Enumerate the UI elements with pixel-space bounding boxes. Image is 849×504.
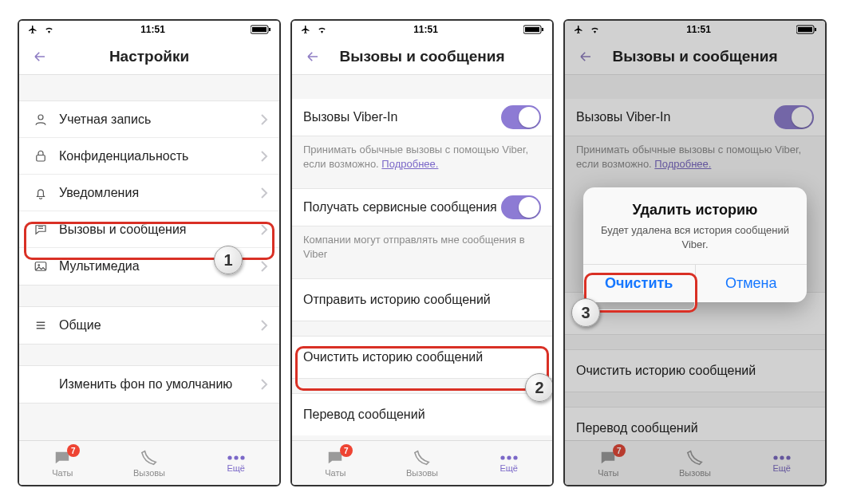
note-service-messages: Компании могут отправлять мне сообщения … [292, 226, 552, 264]
svg-point-19 [773, 455, 777, 459]
dialog-cancel-button[interactable]: Отмена [695, 265, 808, 302]
battery-icon [796, 25, 817, 34]
row-label: Изменить фон по умолчанию [59, 377, 260, 392]
toggle-service-messages[interactable] [501, 195, 541, 219]
tab-bar: 7 Чаты Вызовы Ещё [292, 440, 552, 485]
badge-count: 7 [613, 444, 626, 457]
row-privacy[interactable]: Конфиденциальность [19, 138, 279, 175]
phone-icon [140, 449, 158, 467]
wifi-icon [316, 26, 328, 34]
wifi-icon [43, 26, 55, 34]
svg-rect-17 [798, 27, 812, 32]
dialog-title: Удалить историю [596, 202, 794, 219]
tab-calls: Вызовы [652, 441, 739, 485]
chevron-right-icon [260, 114, 268, 125]
row-account[interactable]: Учетная запись [19, 101, 279, 138]
tab-bar: 7 Чаты Вызовы Ещё [565, 440, 825, 485]
svg-point-8 [234, 455, 238, 459]
tab-label: Ещё [772, 463, 791, 473]
tab-label: Чаты [52, 468, 73, 478]
learn-more-link[interactable]: Подробнее. [381, 158, 438, 170]
page-title: Настройки [109, 48, 189, 65]
tab-chats[interactable]: 7 Чаты [19, 441, 106, 485]
wifi-icon [589, 26, 601, 34]
list-icon [30, 318, 51, 333]
tab-more[interactable]: Ещё [465, 441, 552, 485]
back-button[interactable] [571, 42, 600, 71]
toggle-viber-in [774, 105, 814, 129]
row-notifications[interactable]: Уведомления [19, 175, 279, 211]
tab-bar: 7 Чаты Вызовы Ещё [19, 440, 279, 485]
row-label: Очистить историю сообщений [576, 364, 814, 378]
svg-rect-1 [252, 27, 267, 32]
tab-label: Чаты [598, 468, 618, 478]
back-button[interactable] [298, 42, 327, 71]
row-clear-history[interactable]: Очистить историю сообщений [292, 337, 552, 378]
nav-bar: Настройки [19, 38, 279, 75]
chevron-right-icon [260, 261, 268, 272]
tab-calls[interactable]: Вызовы [106, 441, 193, 485]
tab-label: Вызовы [406, 468, 438, 478]
tab-more[interactable]: Ещё [192, 441, 279, 485]
confirm-dialog: Удалить историю Будет удалена вся истори… [583, 187, 807, 302]
badge-count: 7 [67, 444, 80, 457]
row-viber-in[interactable]: Вызовы Viber-In [292, 99, 552, 136]
tab-chats[interactable]: 7 Чаты [292, 441, 379, 485]
tab-label: Ещё [227, 463, 245, 473]
svg-point-3 [38, 115, 43, 120]
svg-point-9 [240, 455, 244, 459]
tab-label: Ещё [500, 463, 518, 473]
row-label: Учетная запись [59, 112, 260, 127]
row-label: Получать сервисные сообщения [303, 200, 501, 215]
battery-icon [251, 25, 271, 34]
nav-bar: Вызовы и сообщения [565, 38, 825, 75]
svg-point-20 [780, 455, 784, 459]
row-label: Конфиденциальность [59, 149, 260, 163]
chevron-right-icon [260, 320, 268, 331]
phone-screen-calls-messages: 11:51 Вызовы и сообщения Вызовы Viber-In… [290, 19, 554, 486]
calls-messages-list[interactable]: Вызовы Viber-In Принимать обычные вызовы… [292, 75, 552, 440]
badge-count: 7 [340, 444, 353, 457]
row-translate: Перевод сообщений [565, 408, 825, 440]
step-badge-2: 2 [525, 373, 554, 402]
row-general[interactable]: Общие [19, 307, 279, 344]
airplane-icon [300, 25, 311, 34]
phone-screen-settings: 11:51 Настройки Учетная запись [18, 19, 281, 486]
status-time: 11:51 [686, 24, 711, 35]
row-service-messages[interactable]: Получать сервисные сообщения [292, 189, 552, 226]
svg-point-13 [500, 455, 504, 459]
dialog-confirm-button[interactable]: Очистить [583, 265, 695, 302]
row-label: Перевод сообщений [303, 408, 541, 422]
svg-point-21 [786, 455, 790, 459]
row-viber-in: Вызовы Viber-In [565, 99, 825, 136]
svg-point-15 [513, 455, 517, 459]
chat-icon [30, 222, 51, 237]
row-label: Отправить историю сообщений [303, 293, 541, 307]
status-bar: 11:51 [565, 21, 825, 38]
more-icon [499, 454, 519, 462]
phone-icon [413, 449, 431, 467]
battery-icon [523, 25, 544, 34]
row-clear-history: Очистить историю сообщений [565, 350, 825, 392]
row-label: Вызовы и сообщения [59, 222, 260, 237]
step-badge-3: 3 [571, 298, 600, 327]
toggle-viber-in[interactable] [501, 105, 541, 129]
dialog-message: Будет удалена вся история сообщений Vibe… [596, 223, 794, 251]
svg-rect-2 [269, 28, 270, 31]
row-send-history[interactable]: Отправить историю сообщений [292, 279, 552, 321]
row-translate[interactable]: Перевод сообщений [292, 394, 552, 435]
row-label: Вызовы Viber-In [576, 110, 774, 124]
svg-rect-4 [37, 155, 45, 161]
chevron-right-icon [260, 187, 268, 199]
tab-calls[interactable]: Вызовы [379, 441, 466, 485]
row-calls-messages[interactable]: Вызовы и сообщения [19, 211, 279, 248]
airplane-icon [573, 25, 584, 34]
row-label: Очистить историю сообщений [303, 350, 541, 364]
lock-icon [30, 149, 51, 163]
tab-label: Вызовы [679, 468, 711, 478]
row-wallpaper[interactable]: Изменить фон по умолчанию [19, 366, 279, 403]
learn-more-link: Подробнее. [654, 158, 711, 170]
chevron-right-icon [260, 151, 268, 162]
note-viber-in: Принимать обычные вызовы с помощью Viber… [565, 136, 825, 174]
back-button[interactable] [26, 42, 54, 71]
